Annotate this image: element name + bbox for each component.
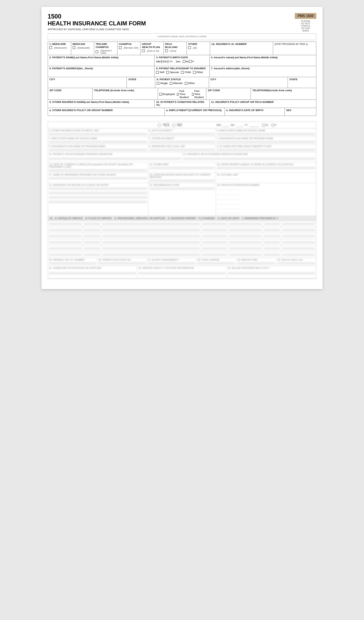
full-time-checkbox[interactable]: Full-Time Student <box>177 90 190 99</box>
cell-c-mid: c. OTHER ACCIDENT? <box>148 136 216 144</box>
status-married[interactable]: Married <box>170 82 182 85</box>
sl3-diag <box>201 233 228 239</box>
insured-state-label: STATE <box>289 78 315 81</box>
group-hp-label: GROUP HEALTH PLAN <box>142 43 162 49</box>
service-line-1 <box>48 221 316 227</box>
sl5-proc <box>101 246 201 251</box>
top-right-info: PMS 1500 PLEASEDO NOTSTAPLEIN THISAREA <box>295 13 316 32</box>
employed-checkbox[interactable]: Employed <box>159 93 175 96</box>
lower-blurred-section: YES NO MM DD YY M F <box>48 121 316 279</box>
rel-self[interactable]: Self <box>156 71 164 74</box>
f-label-lower: F <box>275 123 277 127</box>
feca-checkbox[interactable] <box>165 49 168 52</box>
city-status-row: CITY STATE 8. PATIENT STATUS Single Marr… <box>48 77 316 88</box>
outside-lab-label: 20. OUTSIDE LAB? <box>217 174 315 176</box>
medicaid-checkbox[interactable] <box>73 46 75 49</box>
yy-header: YY <box>244 123 248 127</box>
cell-b-mid: b. AUTO ACCIDENT? <box>148 129 216 136</box>
other-cell: OTHER (ID) <box>187 42 210 55</box>
relationship-label: 6. PATIENT RELATIONSHIP TO INSURED <box>156 67 208 70</box>
hospitalized-label: 18. HOSPITALIZATION DATES RELATED TO CUR… <box>149 174 215 178</box>
patient-telephone-label: TELEPHONE (Include Area code) <box>94 89 156 92</box>
rsvd-cell: 30. Rsvd for NUCC Use <box>276 258 316 266</box>
diagnosis-cell: 21. DIAGNOSIS OR NATURE OF ILLNESS OR IN… <box>48 183 148 216</box>
main-form-grid: 1. MEDICARE (Medicare#) MEDICAID (Medica… <box>48 41 316 116</box>
tricare-checkbox[interactable] <box>96 50 98 53</box>
champva-label: CHAMPVA <box>119 43 139 46</box>
dashes-6: ------------------ <box>217 207 240 210</box>
no-radio[interactable]: NO <box>172 123 182 127</box>
row-c: c. EMPLOYER'S NAME OR SCHOOL NAME c. OTH… <box>48 136 316 144</box>
pms-logo: PMS 1500 <box>295 13 316 19</box>
billing-label: 33. BILLING PROVIDER INFO & PH # <box>228 267 315 269</box>
sex-f-label: F <box>192 60 194 63</box>
relationship-cell: 6. PATIENT RELATIONSHIP TO INSURED Self … <box>155 66 209 77</box>
yes-no-options: YES NO <box>158 123 206 127</box>
patient-telephone-cell: TELEPHONE (Include Area code) <box>93 88 158 99</box>
billing-cell: 33. BILLING PROVIDER INFO & PH # <box>227 266 316 278</box>
sl5-charges <box>228 246 263 251</box>
physician-sig-cell: 31. SIGNATURE OF PHYSICIAN OR SUPPLIER <box>48 266 137 278</box>
patient-city-label: CITY <box>49 78 125 81</box>
sl4-npi <box>281 239 316 245</box>
sl1-proc <box>101 221 201 227</box>
sl4-proc <box>101 239 201 245</box>
dashes-2: ------------------ <box>217 188 240 191</box>
tricare-label: TRICARE CHAMPUS <box>96 43 116 49</box>
col-f-label: F. $ CHARGES <box>198 217 215 219</box>
zip-telephone-row: ZIP CODE TELEPHONE (Include Area code) E… <box>48 88 316 100</box>
service-line-4 <box>48 239 316 246</box>
patient-name-cell: 2. PATIENT'S NAME(Last Name,First Name,M… <box>48 55 155 66</box>
patient-zip-cell: ZIP CODE <box>48 88 93 99</box>
status-other[interactable]: Other <box>185 82 195 85</box>
resubmission-label: 22. RESUBMISSION CODE <box>149 184 215 186</box>
for-program-cell: (FOR PROGRAM IN ITEM 1) <box>273 42 316 55</box>
sl2-npi <box>281 227 316 233</box>
col-g-label: G. DAYS OR UNITS <box>218 217 240 219</box>
dashes-3: ------------------ <box>217 193 240 196</box>
referring-cell: 17. NAME OF REFERRING PROVIDER OR OTHER … <box>48 173 148 183</box>
insured-signature-cell: 13. INSURED'S OR AUTHORIZED PERSON'S SIG… <box>182 152 316 162</box>
group-hp-checkbox[interactable] <box>142 49 145 52</box>
sl6-npi <box>281 252 316 258</box>
part-time-checkbox[interactable]: Part-Time Student <box>192 90 205 99</box>
status-single[interactable]: Single <box>157 82 168 85</box>
f-checkbox-lower[interactable]: F <box>271 123 277 127</box>
patient-info-row: 2. PATIENT'S NAME(Last Name,First Name,M… <box>48 55 316 66</box>
insured-policy-cell: 11. INSURED'S POLICY GROUP OR FECA NUMBE… <box>210 100 316 108</box>
sex-m-checkbox[interactable]: M <box>183 60 189 63</box>
blurred-data-grid: b. OTHER INSURED'S DATE OF BIRTH / SEX b… <box>48 128 316 279</box>
birth-date-label: 3. PATIENT'S BIRTH DATE <box>156 56 208 59</box>
medicare-label: 1. MEDICARE <box>49 43 70 46</box>
sl3-date <box>48 233 83 239</box>
illness-cell: 14. DATE OF CURRENT ILLNESS (First sympt… <box>48 163 148 172</box>
dashes-4: ------------------ <box>217 198 240 201</box>
sl6-pos <box>83 252 101 258</box>
federal-tax-cell: 25. FEDERAL TAX I.D. NUMBER <box>48 258 97 266</box>
other-checkbox[interactable] <box>188 46 191 49</box>
medicare-checkbox[interactable] <box>49 46 52 49</box>
yes-radio[interactable]: YES <box>158 123 169 127</box>
insurance-type-row: 1. MEDICARE (Medicare#) MEDICAID (Medica… <box>48 42 316 55</box>
sl4-date <box>48 239 83 245</box>
rsvd-label: 30. Rsvd for NUCC Use <box>277 259 315 261</box>
medicare-sub: (Medicare#) <box>54 47 67 49</box>
insured-zip-cell: ZIP CODE <box>206 88 251 99</box>
other-policy-label: a. OTHER INSURED'S POLICY OR GROUP NUMBE… <box>49 109 163 112</box>
sex-f-checkbox[interactable]: F <box>189 60 194 63</box>
illness-row: 14. DATE OF CURRENT ILLNESS (First sympt… <box>48 163 316 173</box>
rel-spouse[interactable]: Spouse <box>166 71 179 74</box>
m-checkbox-lower[interactable]: M <box>262 123 268 127</box>
m-label-lower: M <box>266 123 268 127</box>
sl6-charges <box>228 252 263 258</box>
carrier-label: CARRIER NAME AND ADDRESS HERE <box>157 35 207 38</box>
sex-cell: SEX <box>285 108 316 116</box>
rel-child[interactable]: Child <box>181 71 191 74</box>
other-date-label: 15. OTHER DATE <box>149 163 215 166</box>
totals-row: 25. FEDERAL TAX I.D. NUMBER 26. PATIENT'… <box>48 258 316 266</box>
rel-other[interactable]: Other <box>193 71 203 74</box>
champva-checkbox[interactable] <box>119 46 122 49</box>
row-d: d. INSURANCE PLAN NAME OR PROGRAM NAME d… <box>48 144 316 152</box>
medicaid-sub: (Medicaid#) <box>77 47 90 49</box>
yes-no-left <box>51 123 147 127</box>
